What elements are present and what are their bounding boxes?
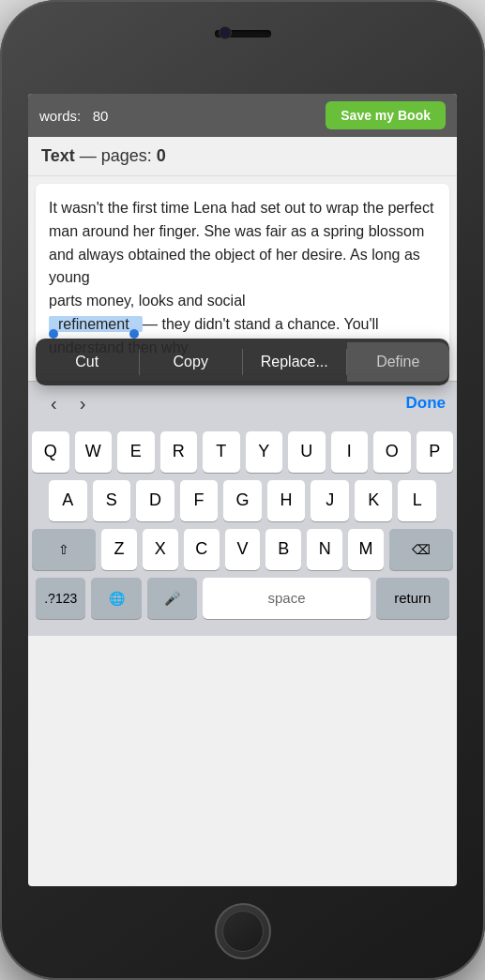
context-define[interactable]: Define xyxy=(347,342,450,382)
key-k[interactable]: K xyxy=(355,480,393,521)
key-n[interactable]: N xyxy=(307,529,342,570)
word-count: words: 80 xyxy=(39,108,108,124)
front-camera xyxy=(219,26,232,39)
key-u[interactable]: U xyxy=(288,431,326,473)
key-v[interactable]: V xyxy=(225,529,261,570)
key-r[interactable]: R xyxy=(160,431,198,473)
app-toolbar: words: 80 Save my Book xyxy=(28,94,457,137)
key-l[interactable]: L xyxy=(398,480,436,521)
key-t[interactable]: T xyxy=(203,431,240,473)
key-y[interactable]: Y xyxy=(246,431,283,473)
key-x[interactable]: X xyxy=(143,529,178,570)
key-b[interactable]: B xyxy=(265,529,301,570)
key-j[interactable]: J xyxy=(311,480,349,521)
selection-handle-left xyxy=(49,329,58,339)
nav-bar: ‹ › Done xyxy=(28,381,457,426)
context-replace[interactable]: Replace... xyxy=(243,342,346,382)
screen: words: 80 Save my Book Text — pages: 0 I… xyxy=(28,94,457,886)
backspace-key[interactable]: ⌫ xyxy=(389,529,453,570)
doc-header: Text — pages: 0 xyxy=(28,137,457,176)
key-p[interactable]: P xyxy=(417,431,454,473)
num-key[interactable]: .?123 xyxy=(36,578,85,619)
key-s[interactable]: S xyxy=(93,480,131,521)
key-m[interactable]: M xyxy=(348,529,384,570)
done-button[interactable]: Done xyxy=(406,394,447,413)
home-button-inner xyxy=(222,911,264,952)
text-region: It wasn't the first time Lena had set ou… xyxy=(28,184,457,373)
key-c[interactable]: C xyxy=(184,529,220,570)
key-e[interactable]: E xyxy=(117,431,155,473)
context-menu: Cut Copy Replace... Define xyxy=(36,339,449,385)
context-copy[interactable]: Copy xyxy=(140,342,243,382)
keyboard-row-4: .?123 🌐 🎤 space return xyxy=(32,578,453,619)
keyboard: Q W E R T Y U I O P A S D F G H J K xyxy=(28,426,457,636)
key-z[interactable]: Z xyxy=(101,529,137,570)
save-book-button[interactable]: Save my Book xyxy=(326,101,446,129)
mic-key[interactable]: 🎤 xyxy=(147,578,197,619)
phone-shell: words: 80 Save my Book Text — pages: 0 I… xyxy=(0,0,485,980)
globe-key[interactable]: 🌐 xyxy=(91,578,141,619)
selected-text[interactable]: refinement xyxy=(49,316,143,332)
text-before-selection: It wasn't the first time Lena had set ou… xyxy=(49,200,433,285)
shift-key[interactable]: ⇧ xyxy=(32,529,96,570)
doc-pages-label: — pages: xyxy=(75,146,152,165)
key-h[interactable]: H xyxy=(267,480,306,521)
home-button[interactable] xyxy=(215,903,271,959)
pages-value: 0 xyxy=(157,146,166,165)
key-q[interactable]: Q xyxy=(32,431,69,473)
key-d[interactable]: D xyxy=(136,480,174,521)
context-cut[interactable]: Cut xyxy=(36,342,139,382)
doc-title-text: Text xyxy=(41,146,75,165)
keyboard-bottom-bar xyxy=(32,626,453,636)
selection-handle-right xyxy=(129,329,139,339)
next-arrow[interactable]: › xyxy=(68,389,98,418)
keyboard-row-3: ⇧ Z X C V B N M ⌫ xyxy=(32,529,453,570)
key-w[interactable]: W xyxy=(75,431,113,473)
key-o[interactable]: O xyxy=(373,431,411,473)
keyboard-row-1: Q W E R T Y U I O P xyxy=(32,431,453,473)
key-f[interactable]: F xyxy=(180,480,219,521)
text-line-before: parts money, looks and social xyxy=(49,293,246,309)
key-a[interactable]: A xyxy=(49,480,87,521)
prev-arrow[interactable]: ‹ xyxy=(39,389,68,418)
return-key[interactable]: return xyxy=(376,578,449,619)
space-key[interactable]: space xyxy=(203,578,370,619)
keyboard-row-2: A S D F G H J K L xyxy=(32,480,453,521)
key-g[interactable]: G xyxy=(223,480,262,521)
key-i[interactable]: I xyxy=(331,431,369,473)
